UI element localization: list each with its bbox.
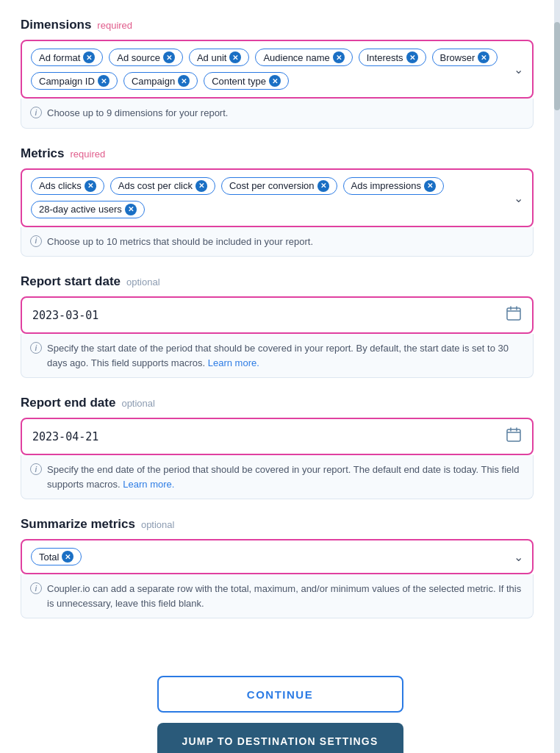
list-item: 28-day active users✕	[31, 201, 145, 218]
list-item: Ads impressions✕	[343, 177, 444, 195]
tag-label: Ads impressions	[351, 180, 421, 191]
tag-label: Ads cost per click	[118, 180, 193, 191]
dimensions-header: Dimensions required	[21, 18, 534, 32]
tag-label: Browser	[440, 52, 475, 63]
list-item: Interests✕	[359, 49, 426, 66]
list-item: Cost per conversion✕	[221, 177, 337, 195]
tag-label: Ad source	[117, 52, 160, 63]
tag-label: Interests	[367, 52, 403, 63]
list-item: Content type✕	[204, 72, 289, 90]
summarize-section: Summarize metrics optional Total✕⌄ i Cou…	[21, 517, 534, 618]
tag-label: Ads clicks	[39, 180, 82, 191]
metrics-header: Metrics required	[21, 146, 534, 161]
tag-remove-icon[interactable]: ✕	[478, 51, 489, 63]
svg-rect-4	[507, 429, 520, 441]
tag-remove-icon[interactable]: ✕	[163, 51, 175, 63]
start-date-section: Report start date optional 2023-03-01 i	[21, 274, 534, 378]
tag-label: Campaign ID	[39, 76, 95, 87]
metrics-info-icon: i	[30, 235, 42, 247]
tag-label: Ad unit	[197, 52, 226, 63]
jump-to-destination-button[interactable]: JUMP TO DESTINATION SETTINGS	[157, 723, 403, 753]
tag-remove-icon[interactable]: ✕	[333, 51, 345, 63]
list-item: Campaign ID✕	[31, 72, 118, 90]
list-item: Audience name✕	[255, 49, 352, 66]
start-date-calendar-icon[interactable]	[506, 305, 522, 325]
start-date-learn-more-link[interactable]: Learn more.	[208, 357, 259, 368]
end-date-section: Report end date optional 2023-04-21 i	[21, 396, 534, 499]
list-item: Browser✕	[432, 49, 498, 66]
tag-remove-icon[interactable]: ✕	[317, 180, 329, 192]
list-item: Ad unit✕	[189, 49, 249, 66]
tag-remove-icon[interactable]: ✕	[178, 75, 190, 87]
start-date-value: 2023-03-01	[32, 309, 506, 322]
start-date-title: Report start date	[21, 274, 121, 289]
summarize-info-text: Coupler.io can add a separate row with t…	[47, 582, 524, 610]
end-date-value: 2023-04-21	[32, 430, 506, 443]
dimensions-title: Dimensions	[21, 18, 91, 32]
metrics-info-text: Choose up to 10 metrics that should be i…	[47, 235, 313, 249]
dimensions-badge: required	[97, 20, 132, 31]
end-date-field[interactable]: 2023-04-21	[21, 418, 534, 455]
end-date-learn-more-link[interactable]: Learn more.	[123, 479, 174, 490]
metrics-info-row: i Choose up to 10 metrics that should be…	[21, 227, 534, 257]
metrics-badge: required	[71, 149, 106, 160]
end-date-header: Report end date optional	[21, 396, 534, 410]
metrics-tag-box[interactable]: Ads clicks✕Ads cost per click✕Cost per c…	[21, 168, 534, 227]
list-item: Ads clicks✕	[31, 177, 104, 195]
page-container: Dimensions required Ad format✕Ad source✕…	[0, 0, 560, 753]
tag-remove-icon[interactable]: ✕	[83, 51, 95, 63]
tag-label: Content type	[212, 76, 266, 87]
tag-label: Cost per conversion	[229, 180, 315, 191]
end-date-title: Report end date	[21, 396, 115, 410]
tag-remove-icon[interactable]: ✕	[269, 75, 281, 87]
metrics-chevron-icon[interactable]: ⌄	[514, 190, 523, 204]
summarize-badge: optional	[141, 519, 175, 530]
start-date-header: Report start date optional	[21, 274, 534, 289]
end-date-calendar-icon[interactable]	[506, 427, 522, 446]
tag-remove-icon[interactable]: ✕	[125, 204, 137, 215]
dimensions-tag-box[interactable]: Ad format✕Ad source✕Ad unit✕Audience nam…	[21, 40, 534, 99]
tag-label: Campaign	[132, 76, 175, 87]
tag-label: Total	[39, 552, 59, 563]
summarize-chevron-icon[interactable]: ⌄	[514, 550, 523, 564]
tag-remove-icon[interactable]: ✕	[62, 551, 73, 563]
summarize-header: Summarize metrics optional	[21, 517, 534, 532]
end-date-info-text: Specify the end date of the period that …	[47, 463, 524, 491]
tag-remove-icon[interactable]: ✕	[195, 180, 207, 192]
tag-label: Audience name	[263, 52, 329, 63]
dimensions-info-icon: i	[30, 107, 42, 118]
end-date-info-icon: i	[30, 463, 42, 475]
start-date-info-icon: i	[30, 342, 42, 354]
list-item: Ads cost per click✕	[110, 177, 215, 195]
tag-label: 28-day active users	[39, 204, 122, 215]
summarize-info-icon: i	[30, 582, 42, 594]
dimensions-info-row: i Choose up to 9 dimensions for your rep…	[21, 99, 534, 129]
start-date-info-row: i Specify the start date of the period t…	[21, 334, 534, 378]
scrollbar[interactable]	[554, 0, 560, 753]
tag-remove-icon[interactable]: ✕	[85, 180, 96, 192]
continue-button[interactable]: CONTINUE	[157, 676, 403, 713]
summarize-tag-box[interactable]: Total✕⌄	[21, 539, 534, 574]
list-item: Ad source✕	[109, 49, 183, 66]
dimensions-chevron-icon[interactable]: ⌄	[514, 63, 523, 76]
svg-rect-0	[507, 308, 520, 320]
tag-remove-icon[interactable]: ✕	[406, 51, 418, 63]
start-date-field[interactable]: 2023-03-01	[21, 296, 534, 334]
start-date-info-text: Specify the start date of the period tha…	[47, 341, 524, 370]
end-date-info-row: i Specify the end date of the period tha…	[21, 455, 534, 499]
dimensions-info-text: Choose up to 9 dimensions for your repor…	[47, 106, 228, 121]
tag-remove-icon[interactable]: ✕	[98, 75, 110, 87]
tag-label: Ad format	[39, 52, 80, 63]
summarize-info-row: i Coupler.io can add a separate row with…	[21, 574, 534, 618]
tag-remove-icon[interactable]: ✕	[424, 180, 436, 192]
summarize-title: Summarize metrics	[21, 517, 135, 532]
metrics-section: Metrics required Ads clicks✕Ads cost per…	[21, 146, 534, 257]
start-date-badge: optional	[126, 276, 160, 288]
list-item: Campaign✕	[123, 72, 198, 90]
buttons-area: CONTINUE JUMP TO DESTINATION SETTINGS	[0, 654, 560, 753]
tag-remove-icon[interactable]: ✕	[229, 51, 241, 63]
list-item: Ad format✕	[31, 49, 103, 66]
main-content: Dimensions required Ad format✕Ad source✕…	[0, 0, 560, 654]
list-item: Total✕	[31, 548, 82, 565]
scrollbar-thumb[interactable]	[554, 22, 560, 110]
